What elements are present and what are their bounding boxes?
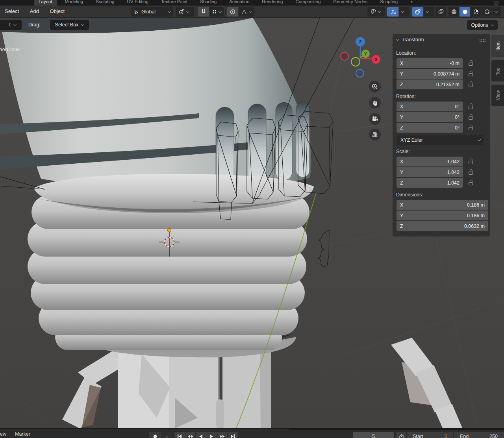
record-options-dropdown[interactable] <box>162 432 172 438</box>
chevron-down-icon <box>401 9 404 13</box>
workspace-tab-uv-editing[interactable]: UV Editing <box>122 0 153 6</box>
rotation-mode-dropdown[interactable]: XYZ Euler <box>397 135 484 145</box>
orientation-dropdown[interactable]: Global <box>131 7 173 17</box>
gizmo-settings-dropdown[interactable] <box>399 7 410 17</box>
menu-object[interactable]: Object <box>45 6 70 14</box>
frame-range-toggle[interactable] <box>396 432 406 438</box>
object-visibility-dropdown[interactable] <box>367 7 385 17</box>
workspace-tab-compositing[interactable]: Compositing <box>291 0 325 6</box>
workspace-tab-sculpting[interactable]: Sculpting <box>91 0 119 6</box>
dimension-y-field[interactable]: Y0.186 m <box>397 211 488 220</box>
add-workspace-button[interactable]: + <box>406 0 418 6</box>
field-value: 1.042 <box>447 170 460 175</box>
shading-rendered-button[interactable] <box>482 7 492 17</box>
show-overlays-toggle[interactable] <box>412 7 423 17</box>
dimension-x-field[interactable]: X0.186 m <box>397 200 488 210</box>
gizmo-axis-z-neg[interactable] <box>356 69 364 78</box>
rotation-z-field[interactable]: Z0° <box>397 123 463 133</box>
options-dropdown[interactable]: Options <box>467 20 498 30</box>
dimension-z-field[interactable]: Z0.0632 m <box>397 221 488 231</box>
object-origin-dot[interactable] <box>168 229 171 232</box>
lock-icon[interactable] <box>469 169 473 175</box>
pivot-point-dropdown[interactable] <box>176 7 194 17</box>
current-frame-field[interactable]: 5 <box>353 432 394 438</box>
drag-mode-dropdown[interactable]: Select Box <box>50 20 89 30</box>
lock-icon[interactable] <box>469 180 473 185</box>
shading-settings-dropdown[interactable] <box>493 7 501 17</box>
workspace-tab-geometry-nodes[interactable]: Geometry Nodes <box>328 0 372 6</box>
timeline-menu-marker[interactable]: Marker <box>15 431 30 437</box>
jump-to-end-button[interactable] <box>228 432 238 438</box>
gizmo-axis-x[interactable]: X <box>372 55 380 64</box>
field-value: 0.0632 m <box>464 224 485 229</box>
workspace-tab-shading[interactable]: Shading <box>195 0 221 6</box>
show-gizmo-toggle[interactable] <box>387 7 398 17</box>
proportional-edit-toggle[interactable] <box>227 7 238 17</box>
location-z-field[interactable]: Z0.21352 m <box>397 79 463 89</box>
snap-settings-dropdown[interactable] <box>209 7 224 17</box>
menu-add[interactable]: Add <box>25 6 44 14</box>
workspace-tab-scripting[interactable]: Scripting <box>375 0 402 6</box>
scale-y-field[interactable]: Y1.042 <box>397 167 463 177</box>
pan-button[interactable] <box>369 97 381 109</box>
start-frame-field[interactable]: Start1 <box>407 432 453 438</box>
prev-keyframe-button[interactable] <box>185 432 195 438</box>
axis-label: Z <box>400 125 410 131</box>
shading-material-button[interactable] <box>471 7 481 17</box>
play-button[interactable] <box>206 432 217 438</box>
scale-x-field[interactable]: X1.042 <box>397 157 463 166</box>
timeline-scrollbar[interactable] <box>289 429 504 430</box>
axis-y-label: Y <box>364 52 367 56</box>
lock-icon[interactable] <box>469 103 473 109</box>
snap-toggle-button[interactable] <box>198 7 209 17</box>
menu-select[interactable]: Select <box>0 6 24 14</box>
gizmo-axis-x-neg[interactable] <box>340 52 349 61</box>
tool-mode-dropdown[interactable]: t <box>0 20 22 30</box>
lock-icon[interactable] <box>469 81 473 87</box>
proportional-falloff-dropdown[interactable] <box>239 7 254 17</box>
shading-wireframe-button[interactable] <box>448 7 459 17</box>
location-y-field[interactable]: Y0.008774 m <box>397 69 463 79</box>
lock-icon[interactable] <box>469 114 473 120</box>
workspace-tab-texture-paint[interactable]: Texture Paint <box>156 0 192 6</box>
prev-keyframe-icon <box>187 434 193 438</box>
ortho-toggle-button[interactable] <box>369 129 381 140</box>
record-button[interactable] <box>149 432 161 438</box>
xray-toggle[interactable] <box>435 7 446 17</box>
rotation-y-field[interactable]: Y0° <box>397 112 463 122</box>
lock-icon[interactable] <box>469 60 473 66</box>
lock-icon[interactable] <box>469 125 473 130</box>
gizmo-axis-z[interactable]: Z <box>356 37 365 46</box>
play-reverse-button[interactable] <box>196 432 206 438</box>
workspace-tab-layout[interactable]: Layout <box>34 0 57 6</box>
scale-z-field[interactable]: Z1.042 <box>397 178 463 188</box>
scene-status-icon[interactable] <box>494 1 498 6</box>
drag-mode-label: Select Box <box>55 22 79 28</box>
camera-icon <box>371 115 378 122</box>
gizmo-axis-y-neg[interactable] <box>351 57 360 67</box>
gizmo-axis-y[interactable]: Y <box>361 50 370 58</box>
sidebar-tab-tool[interactable]: Tool <box>491 60 504 82</box>
camera-view-button[interactable] <box>369 113 381 125</box>
axis-z-label: Z <box>359 39 361 44</box>
workspace-tab-animation[interactable]: Animation <box>224 0 254 6</box>
lock-icon[interactable] <box>469 71 473 76</box>
next-keyframe-button[interactable] <box>217 432 227 438</box>
workspace-tab-rendering[interactable]: Rendering <box>257 0 287 6</box>
sidebar-tab-view[interactable]: View <box>491 84 504 106</box>
chevron-down-icon <box>378 9 381 13</box>
panel-grip-icon[interactable] <box>479 39 486 42</box>
location-x-field[interactable]: X-0 m <box>397 58 463 68</box>
workspace-tab-modeling[interactable]: Modeling <box>60 0 88 6</box>
sidebar-tab-item[interactable]: Item <box>491 35 504 57</box>
chevron-down-icon <box>168 9 171 13</box>
lock-icon[interactable] <box>469 159 473 164</box>
shading-solid-button[interactable] <box>460 7 470 17</box>
rotation-x-field[interactable]: X0° <box>397 102 463 111</box>
transform-panel-header[interactable]: Transform <box>396 37 424 43</box>
end-frame-field[interactable]: End250 <box>454 432 504 438</box>
timeline-menu-view[interactable]: ew <box>0 431 6 437</box>
zoom-button[interactable] <box>369 81 381 92</box>
overlays-settings-dropdown[interactable] <box>424 7 434 17</box>
jump-to-start-button[interactable] <box>174 432 185 438</box>
